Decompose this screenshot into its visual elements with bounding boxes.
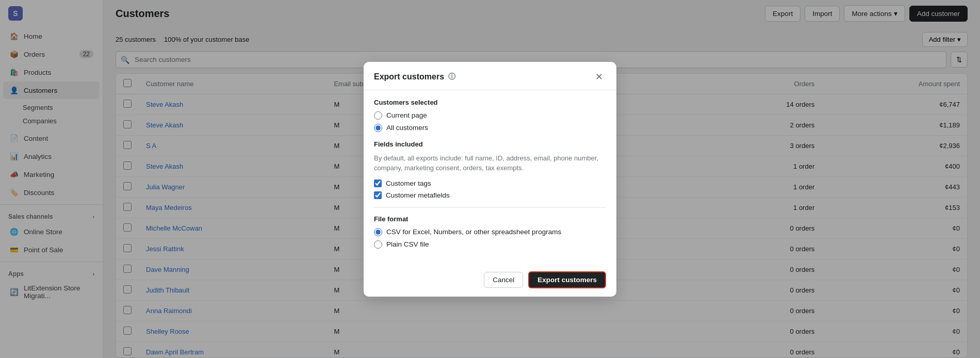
customer-tags-option[interactable]: Customer tags [374, 180, 606, 187]
fields-checkbox-group: Customer tags Customer metafields [374, 180, 606, 199]
dialog-body: Customers selected Current page All cust… [364, 90, 616, 265]
current-page-radio[interactable] [374, 111, 382, 120]
fields-description: By default, all exports include: full na… [374, 153, 606, 173]
plain-csv-radio[interactable] [374, 240, 382, 249]
customer-metafields-checkbox[interactable] [374, 191, 382, 199]
customer-metafields-option[interactable]: Customer metafields [374, 191, 606, 199]
dialog-header: Export customers ⓘ ✕ [364, 62, 616, 90]
all-customers-radio[interactable] [374, 124, 382, 132]
plain-csv-option[interactable]: Plain CSV file [374, 240, 606, 249]
file-format-group: CSV for Excel, Numbers, or other spreads… [374, 228, 606, 249]
cancel-button[interactable]: Cancel [484, 272, 523, 288]
dialog-footer: Cancel Export customers [364, 265, 616, 297]
info-icon[interactable]: ⓘ [448, 72, 455, 82]
dialog-overlay[interactable]: Export customers ⓘ ✕ Customers selected … [0, 0, 980, 358]
dialog-close-button[interactable]: ✕ [592, 70, 606, 84]
customers-selection-group: Current page All customers [374, 111, 606, 132]
all-customers-option[interactable]: All customers [374, 124, 606, 132]
file-format-label: File format [374, 215, 606, 223]
customer-tags-checkbox[interactable] [374, 180, 382, 187]
csv-excel-option[interactable]: CSV for Excel, Numbers, or other spreads… [374, 228, 606, 236]
fields-included-label: Fields included [374, 140, 606, 148]
dialog-title: Export customers ⓘ [374, 72, 455, 82]
customers-selected-label: Customers selected [374, 99, 606, 106]
csv-excel-radio[interactable] [374, 228, 382, 236]
current-page-option[interactable]: Current page [374, 111, 606, 120]
export-customers-dialog: Export customers ⓘ ✕ Customers selected … [364, 62, 616, 297]
export-customers-button[interactable]: Export customers [528, 271, 606, 288]
